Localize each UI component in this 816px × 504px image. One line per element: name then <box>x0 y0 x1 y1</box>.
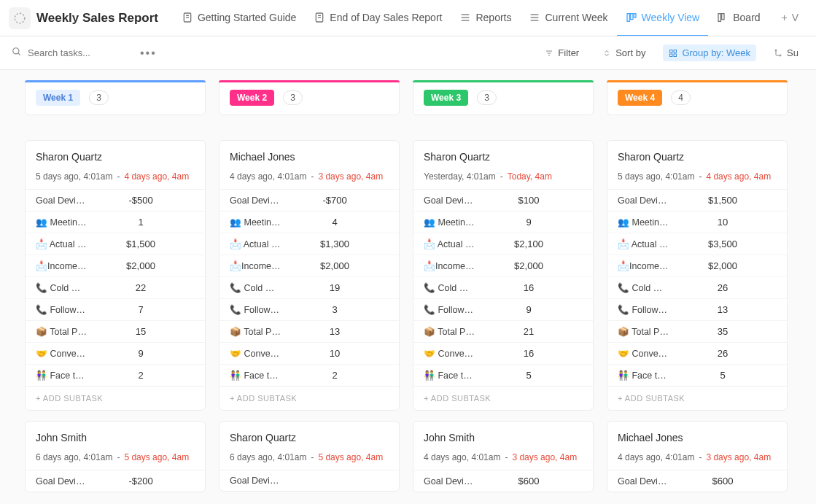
tab-label: Weekly View <box>642 12 700 23</box>
field-value: 10 <box>281 348 389 359</box>
field-value: 35 <box>669 326 777 337</box>
column-header[interactable]: Week 23 <box>219 80 400 115</box>
filter-button[interactable]: Filter <box>539 44 585 61</box>
end-date: 3 days ago, 4am <box>706 452 771 462</box>
page-title: Weekly Sales Report <box>36 11 158 26</box>
start-date: 5 days ago, 4:01am <box>618 171 694 182</box>
start-date: 4 days ago, 4:01am <box>618 452 694 462</box>
task-card[interactable]: Sharon QuartzYesterday, 4:01am-Today, 4a… <box>413 140 594 411</box>
field-label: 📦 Total Pr... <box>230 326 281 337</box>
field-label: Goal Deviat... <box>618 476 669 486</box>
date-range: 4 days ago, 4:01am-3 days ago, 4am <box>230 171 389 182</box>
field-row: 🤝 Convert...9 <box>26 343 205 365</box>
add-subtask-button[interactable]: + ADD SUBTASK <box>219 386 399 410</box>
end-date: 3 days ago, 4am <box>318 171 383 182</box>
tab-weekly-view[interactable]: Weekly View <box>617 0 709 36</box>
sort-icon <box>602 49 611 58</box>
field-value: $1,300 <box>281 239 389 249</box>
field-label: 👫 Face to ... <box>36 370 87 381</box>
tab-getting-started-guide[interactable]: Getting Started Guide <box>173 0 305 36</box>
column-header[interactable]: Week 44 <box>607 80 788 115</box>
tab-reports[interactable]: Reports <box>451 0 520 36</box>
task-card[interactable]: Sharon Quartz5 days ago, 4:01am-4 days a… <box>25 140 206 411</box>
field-value: $2,000 <box>281 260 389 271</box>
field-row: 📦 Total Pr...21 <box>413 321 593 343</box>
column-header[interactable]: Week 33 <box>413 80 594 115</box>
svg-rect-16 <box>718 13 720 21</box>
tab-current-week[interactable]: Current Week <box>520 0 616 36</box>
field-value: 26 <box>669 282 777 293</box>
card-count: 3 <box>89 90 109 105</box>
field-row: Goal Deviat...-$500 <box>26 190 205 212</box>
date-range: Yesterday, 4:01am-Today, 4am <box>424 171 583 182</box>
more-options-button[interactable]: ••• <box>140 47 157 60</box>
add-view-button[interactable]: + V <box>772 12 807 25</box>
add-subtask-button[interactable]: + ADD SUBTASK <box>26 386 205 410</box>
group-by-button[interactable]: Group by: Week <box>663 44 756 61</box>
tab-end-of-day-sales-report[interactable]: End of Day Sales Report <box>305 0 451 36</box>
task-card[interactable]: Michael Jones4 days ago, 4:01am-3 days a… <box>607 421 788 492</box>
field-row: 👥 Meeting...1 <box>26 212 205 233</box>
add-subtask-button[interactable]: + ADD SUBTASK <box>413 386 593 410</box>
field-value: 3 <box>281 304 389 315</box>
end-date: 4 days ago, 4am <box>124 171 189 182</box>
field-row: 👫 Face to ...2 <box>219 365 399 386</box>
field-value: 15 <box>87 326 195 337</box>
task-card[interactable]: Sharon Quartz5 days ago, 4:01am-4 days a… <box>607 140 788 411</box>
field-label: 👥 Meeting... <box>230 217 281 228</box>
field-row: 👫 Face to ...2 <box>26 365 205 386</box>
field-row: 📞 Cold Ca...19 <box>219 277 399 299</box>
field-label: 📞 Follow-... <box>618 304 669 315</box>
field-label: Goal Deviat... <box>230 195 281 206</box>
field-label: 📞 Cold Ca... <box>424 282 475 293</box>
task-card[interactable]: Michael Jones4 days ago, 4:01am-3 days a… <box>219 140 400 411</box>
card-count: 4 <box>671 90 691 105</box>
svg-rect-13 <box>627 13 629 21</box>
end-date: 5 days ago, 4am <box>318 452 383 462</box>
tab-label: Current Week <box>545 12 607 23</box>
field-label: 👫 Face to ... <box>618 370 669 381</box>
field-value: 13 <box>281 326 389 337</box>
svg-rect-23 <box>670 50 673 53</box>
card-count: 3 <box>477 90 497 105</box>
field-row: 🤝 Convert...26 <box>607 343 787 365</box>
add-subtask-button[interactable]: + ADD SUBTASK <box>607 386 787 410</box>
subtasks-button[interactable]: Su <box>768 44 804 61</box>
field-value: 5 <box>669 370 777 381</box>
sort-button[interactable]: Sort by <box>597 44 651 61</box>
svg-point-0 <box>15 13 25 23</box>
field-row: 📩 Actual I...$3,500 <box>607 233 787 255</box>
view-icon <box>529 12 540 23</box>
date-range: 6 days ago, 4:01am-5 days ago, 4am <box>36 452 195 462</box>
end-date: 3 days ago, 4am <box>512 452 577 462</box>
task-card[interactable]: Sharon Quartz6 days ago, 4:01am-5 days a… <box>219 421 400 492</box>
field-label: Goal Deviat... <box>618 195 669 206</box>
field-value: 26 <box>669 348 777 359</box>
field-row: 📩Income ...$2,000 <box>413 255 593 277</box>
field-label: 🤝 Convert... <box>424 348 475 359</box>
view-icon <box>626 12 637 23</box>
field-label: 📩 Actual I... <box>36 239 87 249</box>
task-card[interactable]: John Smith4 days ago, 4:01am-3 days ago,… <box>413 421 594 492</box>
field-value: 9 <box>475 304 583 315</box>
field-value: -$500 <box>87 195 195 206</box>
field-row: 👫 Face to ...5 <box>413 365 593 386</box>
svg-point-28 <box>780 55 781 56</box>
field-value: $600 <box>475 476 583 486</box>
date-range: 5 days ago, 4:01am-4 days ago, 4am <box>36 171 195 182</box>
field-row: 📞 Follow-...13 <box>607 299 787 321</box>
column-header[interactable]: Week 13 <box>25 80 206 115</box>
start-date: 4 days ago, 4:01am <box>230 171 306 182</box>
field-label: 🤝 Convert... <box>618 348 669 359</box>
field-row: 📩 Actual I...$2,100 <box>413 233 593 255</box>
field-label: 📩 Actual I... <box>230 239 281 249</box>
task-card[interactable]: John Smith6 days ago, 4:01am-5 days ago,… <box>25 421 206 492</box>
field-label: Goal Deviat... <box>36 476 87 486</box>
assignee-name: John Smith <box>36 432 195 443</box>
date-range: 6 days ago, 4:01am-5 days ago, 4am <box>230 452 389 462</box>
field-label: 🤝 Convert... <box>36 348 87 359</box>
search-input[interactable] <box>28 47 130 58</box>
tab-board[interactable]: Board <box>708 0 769 36</box>
field-value: 9 <box>87 348 195 359</box>
field-row: 📩Income ...$2,000 <box>26 255 205 277</box>
